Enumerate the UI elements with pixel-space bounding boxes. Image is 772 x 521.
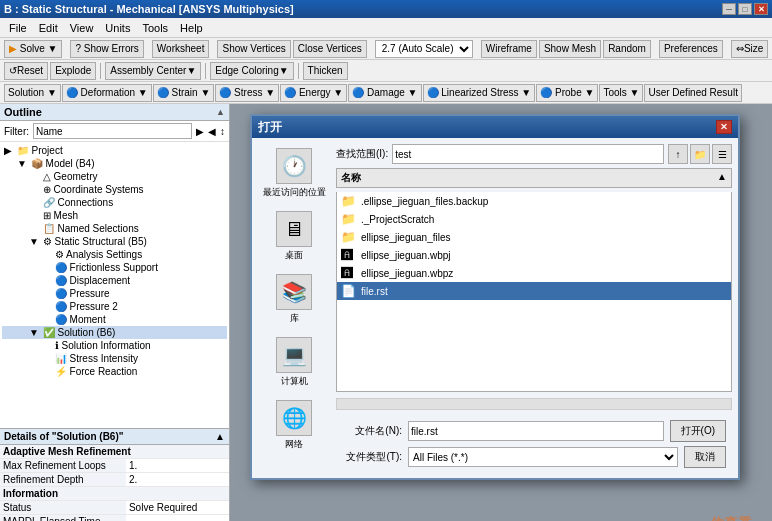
filename-input[interactable] [408, 421, 664, 441]
addr-input[interactable] [392, 144, 664, 164]
close-vertices-button[interactable]: Close Vertices [293, 40, 367, 58]
details-title: Details of "Solution (B6)" [4, 431, 123, 442]
details-label-status: Status [0, 501, 126, 515]
nav-item-network[interactable]: 🌐 网络 [258, 396, 330, 455]
tree-item-coord-systems[interactable]: ⊕ Coordinate Systems [2, 183, 227, 196]
reset-button[interactable]: ↺ Reset [4, 62, 48, 80]
tree-item-displacement[interactable]: 🔵 Displacement [2, 274, 227, 287]
nav-item-computer[interactable]: 💻 计算机 [258, 333, 330, 392]
user-defined-result-tab[interactable]: User Defined Result [644, 84, 741, 102]
details-value-refinement-depth: 2. [126, 473, 229, 487]
tree-item-static-structural[interactable]: ▼ ⚙ Static Structural (B5) [2, 235, 227, 248]
addr-new-folder-button[interactable]: 📁 [690, 144, 710, 164]
show-vertices-button[interactable]: Show Vertices [217, 40, 290, 58]
menu-file[interactable]: File [4, 20, 32, 36]
preferences-button[interactable]: Preferences [659, 40, 723, 58]
filter-label: Filter: [4, 126, 29, 137]
open-button[interactable]: 打开(O) [670, 420, 726, 442]
nav-item-recent[interactable]: 🕐 最近访问的位置 [258, 144, 330, 203]
tree-item-geometry[interactable]: △ Geometry [2, 170, 227, 183]
details-row-elapsed: MAPDL Elapsed Time [0, 515, 229, 522]
energy-tab[interactable]: 🔵 Energy ▼ [280, 84, 347, 102]
minimize-button[interactable]: ─ [722, 3, 736, 15]
tree-item-pressure[interactable]: 🔵 Pressure [2, 287, 227, 300]
menu-view[interactable]: View [65, 20, 99, 36]
edge-coloring-button[interactable]: Edge Coloring ▼ [210, 62, 293, 80]
strain-tab[interactable]: 🔵 Strain ▼ [153, 84, 215, 102]
filetype-select[interactable]: All Files (*.*) [408, 447, 678, 467]
computer-icon: 💻 [276, 337, 312, 373]
file-list[interactable]: 📁 .ellipse_jieguan_files.backup 📁 ._Proj… [336, 192, 732, 392]
file-item-backup[interactable]: 📁 .ellipse_jieguan_files.backup [337, 192, 731, 210]
show-errors-button[interactable]: ? Show Errors [70, 40, 143, 58]
window-controls[interactable]: ─ □ ✕ [722, 3, 768, 15]
details-table: Adaptive Mesh Refinement Max Refinement … [0, 445, 229, 521]
maximize-button[interactable]: □ [738, 3, 752, 15]
solve-button[interactable]: ▶ Solve ▼ [4, 40, 62, 58]
library-icon: 📚 [276, 274, 312, 310]
menu-bar: File Edit View Units Tools Help [0, 18, 772, 38]
title-bar: B : Static Structural - Mechanical [ANSY… [0, 0, 772, 18]
scale-dropdown[interactable]: 2.7 (Auto Scale) [375, 40, 473, 58]
size-button[interactable]: ⇔ Size [731, 40, 768, 58]
tree-item-frictionless-support[interactable]: 🔵 Frictionless Support [2, 261, 227, 274]
random-button[interactable]: Random [603, 40, 651, 58]
tree-item-mesh[interactable]: ⊞ Mesh [2, 209, 227, 222]
nav-label-desktop: 桌面 [285, 249, 303, 262]
linearized-stress-tab[interactable]: 🔵 Linearized Stress ▼ [423, 84, 536, 102]
dialog-title-text: 打开 [258, 119, 282, 136]
back-icon[interactable]: ◀ [208, 126, 216, 137]
tree-item-analysis-settings[interactable]: ⚙ Analysis Settings [2, 248, 227, 261]
tree-item-solution[interactable]: ▼ ✅ Solution (B6) [2, 326, 227, 339]
tree-item-model[interactable]: ▼ 📦 Model (B4) [2, 157, 227, 170]
explode-button[interactable]: Explode [50, 62, 96, 80]
file-item-wbpz[interactable]: 🅰 ellipse_jieguan.wbpz [337, 264, 731, 282]
wireframe-button[interactable]: Wireframe [481, 40, 537, 58]
dialog-footer: 文件名(N): 打开(O) 文件类型(T): All Files (*.*) [336, 416, 732, 472]
details-collapse-icon[interactable]: ▲ [215, 431, 225, 442]
tree-item-force-reaction[interactable]: ⚡ Force Reaction [2, 365, 227, 378]
tree-item-pressure2[interactable]: 🔵 Pressure 2 [2, 300, 227, 313]
file-item-rst[interactable]: 📄 file.rst [337, 282, 731, 300]
deformation-tab[interactable]: 🔵 Deformation ▼ [62, 84, 152, 102]
nav-item-desktop[interactable]: 🖥 桌面 [258, 207, 330, 266]
worksheet-button[interactable]: Worksheet [152, 40, 210, 58]
filter-input[interactable] [33, 123, 192, 139]
addr-buttons: ↑ 📁 ☰ [668, 144, 732, 164]
stress-tab[interactable]: 🔵 Stress ▼ [215, 84, 279, 102]
menu-edit[interactable]: Edit [34, 20, 63, 36]
tree-item-solution-info[interactable]: ℹ Solution Information [2, 339, 227, 352]
dialog-close-button[interactable]: ✕ [716, 120, 732, 134]
file-item-projectscratch[interactable]: 📁 ._ProjectScratch [337, 210, 731, 228]
tree-item-stress-intensity[interactable]: 📊 Stress Intensity [2, 352, 227, 365]
menu-units[interactable]: Units [100, 20, 135, 36]
tree-item-project[interactable]: ▶ 📁 Project [2, 144, 227, 157]
probe-tab[interactable]: 🔵 Probe ▼ [536, 84, 598, 102]
horizontal-scrollbar[interactable] [336, 398, 732, 410]
tree-item-connections[interactable]: 🔗 Connections [2, 196, 227, 209]
sort-icon[interactable]: ▶ [196, 126, 204, 137]
close-button[interactable]: ✕ [754, 3, 768, 15]
menu-tools[interactable]: Tools [137, 20, 173, 36]
sep10 [298, 63, 299, 79]
tree-item-moment[interactable]: 🔵 Moment [2, 313, 227, 326]
details-value-elapsed [126, 515, 229, 522]
assembly-center-button[interactable]: Assembly Center ▼ [105, 62, 201, 80]
thicken-button[interactable]: Thicken [303, 62, 348, 80]
file-item-ellipse-files[interactable]: 📁 ellipse_jieguan_files [337, 228, 731, 246]
watermark: 仿真秀 [710, 515, 752, 521]
file-item-wbpj[interactable]: 🅰 ellipse_jieguan.wbpj [337, 246, 731, 264]
show-mesh-button[interactable]: Show Mesh [539, 40, 601, 58]
tools-tab[interactable]: Tools ▼ [599, 84, 643, 102]
outline-collapse-icon[interactable]: ▲ [216, 107, 225, 117]
expand-icon[interactable]: ↕ [220, 126, 225, 137]
addr-up-button[interactable]: ↑ [668, 144, 688, 164]
solution-tab[interactable]: Solution ▼ [4, 84, 61, 102]
cancel-button[interactable]: 取消 [684, 446, 726, 468]
damage-tab[interactable]: 🔵 Damage ▼ [348, 84, 421, 102]
addr-view-button[interactable]: ☰ [712, 144, 732, 164]
menu-help[interactable]: Help [175, 20, 208, 36]
nav-item-library[interactable]: 📚 库 [258, 270, 330, 329]
file-name-ellipse: ellipse_jieguan_files [361, 232, 451, 243]
tree-item-named-selections[interactable]: 📋 Named Selections [2, 222, 227, 235]
